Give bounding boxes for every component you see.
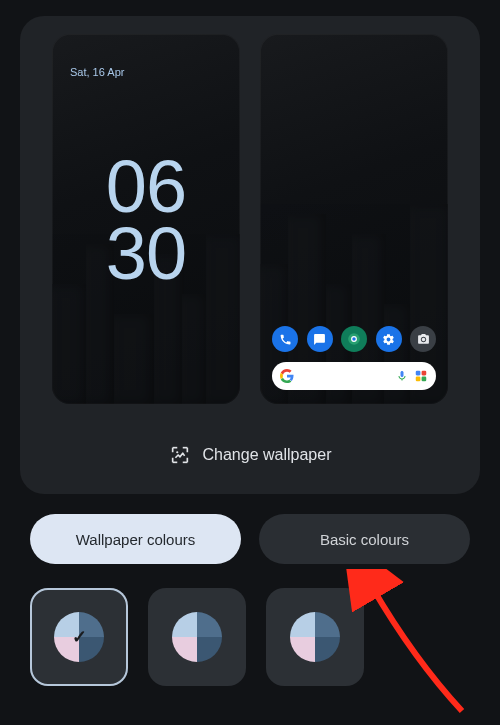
google-logo-icon: [280, 369, 294, 383]
dock-camera-icon: [410, 326, 436, 352]
home-dock: [272, 326, 436, 352]
wallpaper-preview-card: Sat, 16 Apr 06 30: [20, 16, 480, 494]
lock-clock: 06 30: [52, 154, 240, 287]
lockscreen-preview[interactable]: Sat, 16 Apr 06 30: [52, 34, 240, 404]
colour-swatch-1[interactable]: ✓: [30, 588, 128, 686]
lock-date: Sat, 16 Apr: [70, 66, 124, 78]
tab-basic-colours[interactable]: Basic colours: [259, 514, 470, 564]
svg-rect-4: [422, 371, 427, 376]
lens-icon: [414, 369, 428, 383]
colour-swatch-3[interactable]: [266, 588, 364, 686]
change-wallpaper-label: Change wallpaper: [203, 446, 332, 464]
svg-point-2: [352, 337, 356, 341]
svg-rect-3: [416, 371, 421, 376]
change-wallpaper-button[interactable]: Change wallpaper: [38, 434, 462, 470]
colour-tabs: Wallpaper colours Basic colours: [0, 514, 500, 564]
previews-row: Sat, 16 Apr 06 30: [38, 34, 462, 404]
dock-browser-icon: [341, 326, 367, 352]
dock-phone-icon: [272, 326, 298, 352]
dock-messages-icon: [307, 326, 333, 352]
mic-icon: [396, 370, 408, 382]
svg-rect-6: [422, 377, 427, 382]
palette-circle: [290, 612, 340, 662]
svg-point-7: [176, 451, 178, 453]
home-search-bar: [272, 362, 436, 390]
lock-clock-hour: 06: [52, 154, 240, 221]
colour-swatches-row: ✓: [0, 564, 500, 686]
homescreen-preview[interactable]: [260, 34, 448, 404]
colour-swatch-2[interactable]: [148, 588, 246, 686]
tab-wallpaper-colours[interactable]: Wallpaper colours: [30, 514, 241, 564]
wallpaper-icon: [169, 444, 191, 466]
check-icon: ✓: [72, 626, 87, 648]
lock-clock-minute: 30: [52, 221, 240, 288]
dock-settings-icon: [376, 326, 402, 352]
palette-circle: [172, 612, 222, 662]
svg-rect-5: [416, 377, 421, 382]
